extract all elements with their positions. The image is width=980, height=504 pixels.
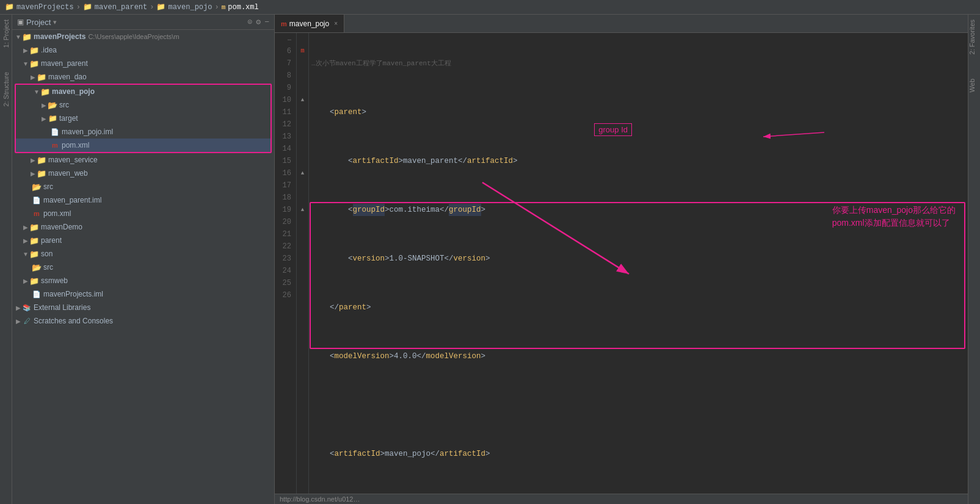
tree-item-parent[interactable]: ▶ 📁 parent [12, 234, 274, 247]
arrow-maven-parent: ▼ [22, 60, 29, 67]
iml-icon: 📄 [50, 127, 60, 137]
tree-item-src-son[interactable]: 📂 src [12, 261, 274, 274]
label-idea: .idea [41, 46, 57, 54]
tree-item-mavenDemo[interactable]: ▶ 📁 mavenDemo [12, 220, 274, 234]
tree-item-scratches[interactable]: ▶ 🖊 Scratches and Consoles [12, 314, 274, 328]
arrow-son: ▼ [22, 251, 29, 257]
label-scratches: Scratches and Consoles [34, 317, 113, 325]
breadcrumb-maven-parent[interactable]: maven_parent [95, 3, 147, 12]
iml-icon-parent: 📄 [32, 195, 42, 205]
breadcrumb-mavenProjects[interactable]: mavenProjects [16, 3, 74, 12]
close-panel-icon[interactable]: − [264, 18, 269, 27]
path-mavenProjects: C:\Users\apple\IdeaProjects\m [88, 33, 179, 40]
group-id-label: group Id [594, 123, 632, 136]
tree-item-maven-web[interactable]: ▶ 📁 maven_web [12, 167, 274, 180]
arrow-maven-web: ▶ [29, 170, 37, 177]
folder-icon-maven-parent: 📁 [29, 59, 39, 68]
label-src-son: src [43, 263, 53, 272]
label-pom-xml-root: pom.xml [43, 209, 71, 218]
arrow-mavenDemo: ▶ [22, 224, 29, 231]
label-mavenDemo: mavenDemo [41, 223, 82, 231]
left-side-tabs: 1: Project 2: Structure [0, 15, 12, 504]
folder-icon-parent: 📁 [29, 236, 39, 245]
tree-item-maven-service[interactable]: ▶ 📁 maven_service [12, 153, 274, 167]
arrow-idea: ▶ [22, 47, 29, 54]
code-line-10: </parent> [311, 301, 965, 314]
folder-icon-maven-pojo: 📁 [40, 87, 50, 96]
tab-favorites[interactable]: 2: Favorites [968, 20, 980, 54]
tree-item-src-root[interactable]: 📂 src [12, 180, 274, 193]
label-src-root: src [43, 182, 53, 191]
tree-item-pom-xml-root[interactable]: m pom.xml [12, 207, 274, 220]
tab-web[interactable]: Web [968, 79, 980, 92]
label-maven-pojo: maven_pojo [52, 87, 95, 96]
arrow-parent: ▶ [22, 237, 29, 244]
settings-icon[interactable]: ⚙ [256, 17, 261, 27]
folder-icon-ssmweb: 📁 [29, 276, 39, 286]
line-numbers: … 6 7 8 9 10 11 12 13 14 15 16 17 18 19 … [275, 33, 297, 494]
project-tree: ▼ 📁 mavenProjects C:\Users\apple\IdeaPro… [12, 30, 274, 504]
breadcrumb-icon4: m [222, 4, 226, 11]
code-content[interactable]: …次小节maven工程学了maven_parent大工程 <parent> <a… [309, 33, 968, 494]
ext-icon: 📚 [22, 303, 32, 312]
tree-item-ext-libs[interactable]: ▶ 📚 External Libraries [12, 301, 274, 314]
tree-item-mavenProjects-iml[interactable]: 📄 mavenProjects.iml [12, 287, 274, 301]
label-pom-xml: pom.xml [62, 141, 89, 149]
tree-item-src[interactable]: ▶ 📂 src [16, 98, 270, 112]
folder-icon-idea: 📁 [29, 45, 39, 55]
editor-tabs: m maven_pojo × [275, 15, 968, 33]
tree-item-idea[interactable]: ▶ 📁 .idea [12, 43, 274, 57]
label-ext-libs: External Libraries [34, 303, 90, 312]
label-maven-parent-iml: maven_parent.iml [43, 196, 101, 204]
editor-area: m maven_pojo × … 6 7 8 9 10 11 12 13 14 … [275, 15, 968, 504]
arrow-target: ▶ [40, 115, 48, 122]
iml-icon-projects: 📄 [32, 289, 42, 299]
tree-item-maven-parent[interactable]: ▼ 📁 maven_parent [12, 57, 274, 70]
label-maven-web: maven_web [48, 169, 88, 178]
breadcrumb-maven-pojo[interactable]: maven_pojo [168, 3, 212, 12]
tree-item-maven-dao[interactable]: ▶ 📁 maven_dao [12, 70, 274, 84]
editor-gutter: m ▲ ▲ ▲ [297, 33, 309, 494]
label-src: src [59, 101, 69, 109]
editor-content[interactable]: … 6 7 8 9 10 11 12 13 14 15 16 17 18 19 … [275, 33, 968, 494]
line-ellipsis: …次小节maven工程学了maven_parent大工程 [311, 57, 965, 70]
arrow-maven-service: ▶ [29, 157, 37, 164]
breadcrumb-icon3: 📁 [156, 2, 165, 12]
panel-dropdown-icon[interactable]: ▾ [53, 18, 57, 26]
code-line-8: <groupId>com.itheima</groupId> [311, 204, 965, 216]
maven-tab-icon: m [281, 20, 287, 27]
tree-item-pom-xml[interactable]: m pom.xml [16, 139, 270, 152]
label-mavenProjects: mavenProjects [34, 32, 85, 41]
folder-icon-maven-dao: 📁 [37, 72, 46, 82]
label-target: target [59, 114, 78, 123]
label-mavenProjects-iml: mavenProjects.iml [43, 290, 103, 298]
folder-icon-target: 📁 [48, 113, 57, 123]
maven-icon-pom: m [50, 140, 60, 150]
tab-pom-xml[interactable]: m maven_pojo × [275, 15, 344, 32]
src-icon: 📂 [48, 100, 57, 110]
tree-item-ssmweb[interactable]: ▶ 📁 ssmweb [12, 274, 274, 287]
maven-icon-root: m [32, 209, 42, 218]
tree-item-maven-parent-iml[interactable]: 📄 maven_parent.iml [12, 193, 274, 207]
src-icon-root: 📂 [32, 182, 42, 192]
tab-close-pom[interactable]: × [334, 20, 338, 27]
arrow-ext-libs: ▶ [15, 304, 22, 311]
status-url: http://blog.csdn.net/u012… [280, 495, 360, 503]
tree-item-maven-pojo[interactable]: ▼ 📁 maven_pojo [16, 85, 270, 98]
arrow-maven-pojo: ▼ [33, 88, 40, 95]
locate-icon[interactable]: ⊙ [248, 17, 253, 27]
label-maven-dao: maven_dao [48, 73, 87, 81]
tree-item-mavenProjects[interactable]: ▼ 📁 mavenProjects C:\Users\apple\IdeaPro… [12, 30, 274, 43]
scratch-icon: 🖊 [22, 316, 32, 326]
tree-item-maven-pojo-iml[interactable]: 📄 maven_pojo.iml [16, 125, 270, 139]
folder-icon-mavenProjects: 📁 [22, 32, 32, 41]
tab-structure[interactable]: 2: Structure [2, 72, 10, 107]
label-ssmweb: ssmweb [41, 276, 68, 285]
breadcrumb-pom[interactable]: pom.xml [228, 3, 258, 12]
label-son: son [41, 250, 53, 258]
tab-project[interactable]: 1: Project [2, 20, 10, 48]
maven-pojo-box: ▼ 📁 maven_pojo ▶ 📂 src ▶ [15, 84, 272, 153]
tree-item-target[interactable]: ▶ 📁 target [16, 112, 270, 125]
tree-item-son[interactable]: ▼ 📁 son [12, 247, 274, 261]
status-bar: http://blog.csdn.net/u012… [275, 494, 968, 504]
